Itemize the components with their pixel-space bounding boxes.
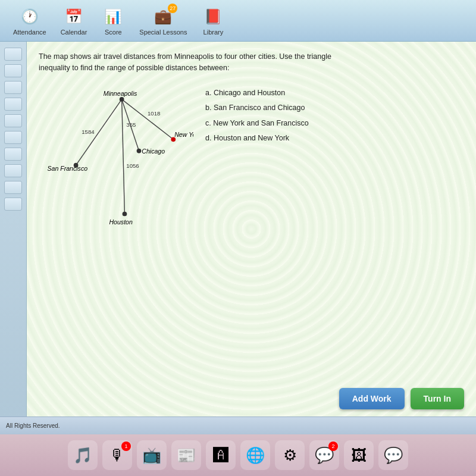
question-text: The map shows air travel distances from … xyxy=(39,51,372,74)
score-icon: 📊 xyxy=(101,6,125,27)
graph-area: 355 1018 1584 1056 Minneapolis Chicago xyxy=(39,82,193,237)
bottom-bar: All Rights Reserved. xyxy=(0,416,476,434)
svg-point-4 xyxy=(120,97,124,102)
add-work-button[interactable]: Add Work xyxy=(339,388,405,409)
special-lessons-badge: 27 xyxy=(168,4,177,13)
attendance-icon: 🕐 xyxy=(18,6,42,27)
calendar-label: Calendar xyxy=(61,29,87,36)
toolbar-item-score[interactable]: 📊 Score xyxy=(101,6,125,36)
dock-item-music[interactable]: 🎵 xyxy=(68,440,98,470)
sidebar-item-7[interactable] xyxy=(4,148,22,161)
node-minneapolis: Minneapolis xyxy=(104,90,137,97)
sidebar-item-2[interactable] xyxy=(4,64,22,77)
turn-in-button[interactable]: Turn In xyxy=(411,388,464,409)
toolbar-item-library[interactable]: 📕 Library xyxy=(201,6,225,36)
edge-label-minn-ny: 1018 xyxy=(148,109,160,116)
library-label: Library xyxy=(203,29,224,36)
main-layout: The map shows air travel distances from … xyxy=(0,42,476,416)
dock-item-news[interactable]: 📰 xyxy=(171,440,201,470)
node-sanfrancisco: San Francisco xyxy=(47,165,87,172)
sidebar-item-1[interactable] xyxy=(4,48,22,61)
node-houston: Houston xyxy=(109,218,133,225)
dock-item-tv[interactable]: 📺 xyxy=(137,440,167,470)
edge-label-minn-sf: 1584 xyxy=(82,128,95,134)
node-chicago: Chicago xyxy=(142,148,165,155)
dock-item-chrome[interactable]: 🌐 xyxy=(240,440,270,470)
sidebar-item-9[interactable] xyxy=(4,181,22,194)
attendance-label: Attendance xyxy=(13,29,46,36)
copyright-text: All Rights Reserved. xyxy=(6,422,60,429)
answer-c-text: New York and San Francisco xyxy=(213,119,309,127)
dock: 🎵 🎙 1 📺 📰 🅰 🌐 ⚙ 💬 2 🖼 💬 xyxy=(0,434,476,476)
answer-choices: a. Chicago and Houston b. San Francisco … xyxy=(205,82,464,237)
dock-item-messages[interactable]: 💬 xyxy=(378,440,408,470)
dock-item-photos[interactable]: 🖼 xyxy=(344,440,374,470)
answer-a-letter: a. xyxy=(205,89,211,97)
calendar-icon: 📅 xyxy=(62,6,86,27)
map-svg: 355 1018 1584 1056 Minneapolis Chicago xyxy=(39,82,193,237)
sidebar xyxy=(0,42,27,416)
sidebar-item-10[interactable] xyxy=(4,198,22,211)
sidebar-item-8[interactable] xyxy=(4,164,22,177)
score-label: Score xyxy=(105,29,122,36)
question-line2: inequality to find the range of possible… xyxy=(39,64,229,72)
dock-badge-podcasts: 1 xyxy=(121,441,131,451)
special-lessons-label: Special Lessons xyxy=(139,29,187,36)
dock-item-whatsapp[interactable]: 💬 2 xyxy=(309,440,339,470)
dock-item-settings[interactable]: ⚙ xyxy=(275,440,305,470)
answer-b-letter: b. xyxy=(205,104,211,112)
question-line1: The map shows air travel distances from … xyxy=(39,52,331,61)
toolbar-item-special-lessons[interactable]: 💼 27 Special Lessons xyxy=(139,6,187,36)
answer-d-letter: d. xyxy=(205,134,211,142)
answer-d-text: Houston and New York xyxy=(214,134,289,142)
svg-line-3 xyxy=(122,99,125,214)
answer-b-text: San Francisco and Chicago xyxy=(214,104,305,112)
toolbar: 🕐 Attendance 📅 Calendar 📊 Score 💼 27 Spe… xyxy=(0,0,476,42)
svg-line-1 xyxy=(122,99,174,139)
answer-d: d. Houston and New York xyxy=(205,133,464,144)
answer-a-text: Chicago and Houston xyxy=(214,89,285,97)
buttons-area: Add Work Turn In xyxy=(339,388,464,409)
toolbar-item-calendar[interactable]: 📅 Calendar xyxy=(61,6,87,36)
sidebar-item-4[interactable] xyxy=(4,98,22,111)
node-newyork: New York xyxy=(174,131,193,138)
special-lessons-icon: 💼 27 xyxy=(151,6,175,27)
answer-b: b. San Francisco and Chicago xyxy=(205,103,464,114)
svg-point-8 xyxy=(123,211,127,216)
toolbar-item-attendance[interactable]: 🕐 Attendance xyxy=(13,6,46,36)
svg-point-5 xyxy=(137,148,142,153)
dock-badge-whatsapp: 2 xyxy=(328,441,338,451)
dock-item-appstore[interactable]: 🅰 xyxy=(206,440,236,470)
answer-c-letter: c. xyxy=(205,119,211,127)
dock-item-podcasts[interactable]: 🎙 1 xyxy=(102,440,132,470)
library-icon: 📕 xyxy=(201,6,225,27)
content-body: 355 1018 1584 1056 Minneapolis Chicago xyxy=(39,82,464,237)
content-area: The map shows air travel distances from … xyxy=(27,42,476,416)
edge-label-minn-chi: 355 xyxy=(126,121,136,128)
answer-c: c. New York and San Francisco xyxy=(205,118,464,129)
answer-a: a. Chicago and Houston xyxy=(205,88,464,99)
sidebar-item-3[interactable] xyxy=(4,81,22,94)
sidebar-item-6[interactable] xyxy=(4,131,22,144)
sidebar-item-5[interactable] xyxy=(4,114,22,127)
edge-label-minn-hou: 1056 xyxy=(126,162,139,169)
